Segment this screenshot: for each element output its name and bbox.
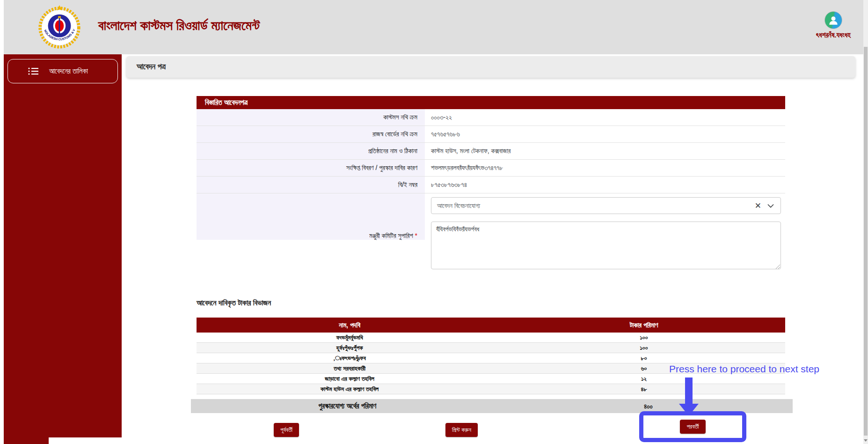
scrollbar[interactable] [863,0,868,444]
table-row: কাস্টম হাউস এর কল্যাণ তহবিল ৪৮ [197,384,785,394]
form-row-org-address: প্রতিষ্ঠানের নাম ও ঠিকানা কাস্টম হাউস, ম… [197,143,785,160]
clear-icon[interactable]: ✕ [751,201,766,211]
cell-name: ফংভমুঁমর্বুভমধি [197,334,503,341]
breakdown-section-title: আবেদনে দাবিকৃত টাকার বিভাজন [197,299,271,307]
cell-amount: ১২ [503,375,785,383]
form-value: কাস্টম হাউস, মংলা টেকনাফ, কক্সবাজার [425,143,785,159]
sidebar: আবেদনের তালিকা [4,54,122,444]
highlight-box: পরবর্তী [639,411,746,442]
form-label: কাস্টমস নথি ক্রম [197,109,425,126]
scrollbar-down-button[interactable] [863,437,868,444]
page-title: আবেদন পত্র [137,62,166,72]
print-button[interactable]: প্রিন্ট করুন [445,423,478,437]
detail-form-table: বিস্তারিত আবেদনপত্র কাস্টমস নথি ক্রম ০০০… [197,96,785,273]
column-header-name: নাম, পদবি [197,321,503,329]
cell-amount: ৮০ [503,355,785,362]
form-row-customs-file: কাস্টমস নথি ক্রম ০০০৩-২২ [197,109,785,126]
form-label: সংক্ষিপ্ত বিবরণ / পুরস্কার দাবির কারণ [197,160,425,176]
header: BANGLADESH CUSTOMS & VAT বাংলাদেশ কাস্টম… [4,0,863,54]
total-amount: ৪০০ [504,402,793,410]
cell-amount: ১০০ [503,344,785,352]
table-row: ,ঃফৎভপঃধুঁঃফব ৮০ [197,353,785,363]
sidebar-bottom-gap [49,437,122,444]
form-value: ৭৫৭৬৫৭৬৮৬ [425,126,785,142]
cell-name: তথ্য সরবরাহকারী [197,365,503,372]
application-window: BANGLADESH CUSTOMS & VAT বাংলাদেশ কাস্টম… [0,0,868,444]
form-label: রাজস্ব বোর্ডের নথি ক্রম [197,126,425,142]
form-row-be-number: বি/ই নম্বর ৮৭৫৩৮৭৬৩৮৭৪ [197,177,785,193]
chevron-down-icon[interactable] [766,204,776,208]
status-select[interactable]: আবেদন বিবেচনাযোগ্য ✕ [431,197,781,214]
total-label: পুরস্কারযোগ্য অর্থের পরিমাণ [191,402,504,410]
page-title-card: আবেদন পত্র [126,56,855,78]
column-header-amount: টাকার পরিমাণ [503,321,785,329]
scrollbar-thumb[interactable] [864,47,868,436]
next-button[interactable]: পরবর্তী [680,420,705,434]
sidebar-item-application-list[interactable]: আবেদনের তালিকা [7,59,118,83]
status-select-value: আবেদন বিবেচনাযোগ্য [437,202,751,210]
annotation-arrow [685,377,693,405]
cell-name: ,ঃফৎভপঃধুঁঃফব [197,355,503,362]
resize-handle-icon[interactable] [775,264,780,269]
user-avatar-icon[interactable] [824,11,842,29]
previous-button[interactable]: পূর্ববর্তী [274,423,299,437]
form-label: বি/ই নম্বর [197,177,425,193]
required-asterisk: * [415,232,417,239]
table-row: ফংভমুঁমর্বুভমধি ১০০ [197,333,785,343]
form-value: ০০০৩-২২ [425,109,785,126]
recommendation-textarea[interactable]: যঁযিবর্পভযিবঁভয়ঁযভর্পবধ [431,222,781,269]
cell-name: কাস্টম হাউস এর কল্যাণ তহবিল [197,385,503,393]
form-row-board-file: রাজস্ব বোর্ডের নথি ক্রম ৭৫৭৬৫৭৬৮৬ [197,126,785,143]
breakdown-table: নাম, পদবি টাকার পরিমাণ ফংভমুঁমর্বুভমধি ১… [197,318,785,394]
annotation-text: Press here to proceed to next step [669,363,819,375]
down-arrow-icon [864,439,868,442]
user-name: ৎধশরনঁষ.যধংধহ [797,31,868,39]
sidebar-item-label: আবেদনের তালিকা [49,67,88,75]
cell-amount: ১০০ [503,334,785,341]
app-title: বাংলাদেশ কাস্টমস রিওয়ার্ড ম্যানেজমেন্ট [98,18,260,34]
cell-amount: ৪৮ [503,385,785,393]
form-row-recommendation: মঞ্জুরী কমিটির সুপারিশ * যঁযিবর্পভযিবঁভয… [197,218,785,273]
list-icon [28,67,39,76]
cell-name: হুর্ফঃপুঁধংঃর্পুঁপক [197,344,503,352]
form-row-status: আবেদন বিবেচনাযোগ্য ✕ [197,193,785,218]
breakdown-table-header: নাম, পদবি টাকার পরিমাণ [197,318,785,333]
table-row: জাড়াবো এর কল্যাণ তহবিল ১২ [197,374,785,384]
table-row: হুর্ফঃপুঁধংঃর্পুঁপক ১০০ [197,343,785,353]
form-label: প্রতিষ্ঠানের নাম ও ঠিকানা [197,143,425,159]
recommendation-label: মঞ্জুরী কমিটির সুপারিশ * [197,218,425,240]
cell-name: জাড়াবো এর কল্যাণ তহবিল [197,375,503,383]
form-row-description: সংক্ষিপ্ত বিবরণ / পুরস্কার দাবির কারণ শভ… [197,160,785,177]
form-value: শভলমৎড়রলবরঁযৎরঁয়যবঁৎভ৩৭৪৭৭৮ [425,160,785,176]
form-label-empty [197,193,425,218]
detail-form-header: বিস্তারিত আবেদনপত্র [197,96,785,109]
form-value: ৮৭৫৩৮৭৬৩৮৭৪ [425,177,785,193]
customs-logo: BANGLADESH CUSTOMS & VAT [37,5,81,49]
